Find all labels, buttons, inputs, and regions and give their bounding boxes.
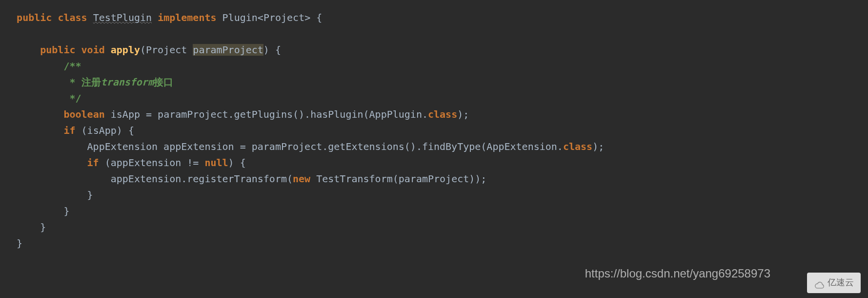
javadoc-open: /**	[63, 60, 81, 72]
code-line-1: public class TestPlugin implements Plugi…	[5, 12, 322, 23]
keyword-class: class	[58, 12, 87, 23]
watermark-url: https://blog.csdn.net/yang69258973	[585, 264, 770, 283]
comment-line-close: */	[5, 92, 81, 104]
watermark-logo: 亿速云	[807, 273, 861, 293]
keyword-null: null	[204, 157, 228, 169]
brace-open: {	[310, 12, 322, 23]
semicolon: );	[592, 141, 604, 152]
javadoc-text2: 接口	[154, 76, 173, 88]
code-line-if2: if (appExtension != null) {	[5, 157, 246, 169]
code-line-brace-close-1: }	[5, 189, 93, 201]
keyword-void: void	[81, 44, 105, 56]
type-plugin-project: Plugin<Project>	[222, 12, 311, 23]
cloud-icon	[814, 279, 825, 287]
code-line-if: if (isApp) {	[5, 125, 134, 136]
paren-close: )	[263, 44, 269, 56]
code-line-brace-close-4: }	[5, 237, 22, 249]
javadoc-transform: transform	[101, 76, 154, 88]
keyword-public: public	[17, 12, 52, 23]
javadoc-text: * 注册	[63, 76, 101, 88]
if2-cond-post: ) {	[228, 157, 246, 169]
param-name-highlighted: paramProject	[193, 44, 263, 56]
brace-close: }	[17, 237, 22, 249]
keyword-class-ref: class	[428, 108, 457, 120]
if2-cond-pre: (appExtension !=	[99, 157, 205, 169]
code-line-brace-close-3: }	[5, 221, 46, 233]
code-line-register: appExtension.registerTransform(new TestT…	[5, 173, 486, 185]
keyword-if: if	[87, 157, 99, 169]
keyword-implements: implements	[158, 12, 216, 23]
comment-line-body: * 注册transform接口	[5, 76, 173, 88]
appextension-expr: AppExtension appExtension = paramProject…	[87, 141, 563, 152]
register-call-pre: appExtension.registerTransform(	[111, 173, 293, 185]
if-condition: (isApp) {	[76, 125, 134, 136]
class-name: TestPlugin	[93, 12, 152, 23]
paren-open: (	[140, 44, 146, 56]
brace-close: }	[40, 221, 46, 233]
brace-close: }	[87, 189, 93, 201]
keyword-boolean: boolean	[63, 108, 104, 120]
param-type-project: Project	[146, 44, 193, 56]
keyword-class-ref: class	[563, 141, 592, 152]
brace-close: }	[63, 205, 69, 217]
code-editor: public class TestPlugin implements Plugi…	[0, 10, 868, 252]
register-call-post: TestTransform(paramProject));	[310, 173, 486, 185]
keyword-new: new	[293, 173, 310, 185]
code-line-boolean: boolean isApp = paramProject.getPlugins(…	[5, 108, 469, 120]
comment-line-open: /**	[5, 60, 81, 72]
boolean-expr: isApp = paramProject.getPlugins().hasPlu…	[105, 108, 428, 120]
javadoc-close: */	[63, 92, 81, 104]
brace-open: {	[269, 44, 281, 56]
semicolon: );	[457, 108, 469, 120]
keyword-public: public	[40, 44, 75, 56]
method-apply: apply	[111, 44, 140, 56]
code-line-brace-close-2: }	[5, 205, 69, 217]
watermark-logo-text: 亿速云	[828, 276, 854, 290]
code-line-2: public void apply(Project paramProject) …	[5, 44, 281, 56]
keyword-if: if	[63, 125, 75, 136]
code-line-appextension: AppExtension appExtension = paramProject…	[5, 141, 604, 152]
